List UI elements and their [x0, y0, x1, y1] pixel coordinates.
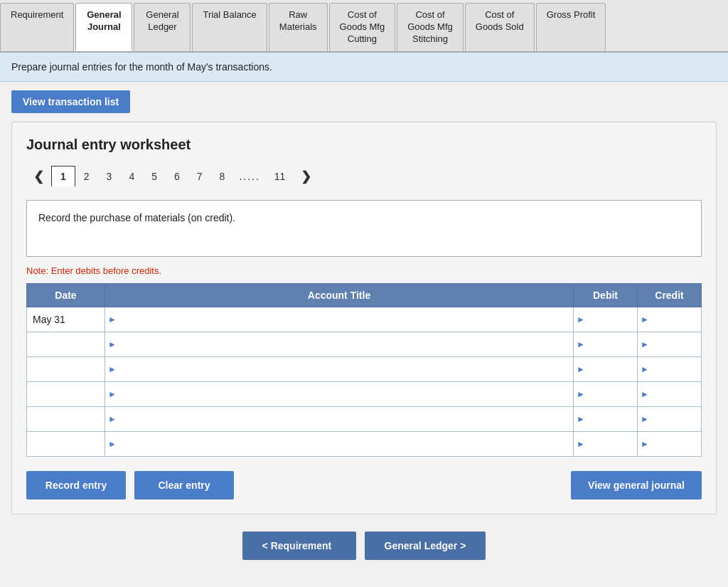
page-8-button[interactable]: 8: [211, 166, 234, 186]
tab-cost-mfg-cutting[interactable]: Cost ofGoods MfgCutting: [329, 3, 396, 51]
page-6-button[interactable]: 6: [166, 166, 188, 186]
worksheet-title: Journal entry worksheet: [26, 137, 702, 153]
debit-input-2[interactable]: [574, 332, 637, 356]
credit-cell-4[interactable]: ►: [638, 381, 702, 406]
tab-general-ledger[interactable]: GeneralLedger: [134, 3, 191, 51]
col-header-date: Date: [27, 283, 105, 307]
credit-input-3[interactable]: [638, 357, 701, 381]
credit-input-6[interactable]: [638, 432, 701, 456]
credit-cell-5[interactable]: ►: [638, 406, 702, 431]
col-header-account: Account Title: [105, 283, 574, 307]
table-row: ► ► ►: [27, 381, 702, 406]
tab-raw-materials[interactable]: RawMaterials: [269, 3, 328, 51]
page-7-button[interactable]: 7: [188, 166, 211, 186]
tab-trial-balance[interactable]: Trial Balance: [192, 3, 267, 51]
account-input-6[interactable]: [105, 432, 573, 456]
table-row: ► ► ►: [27, 356, 702, 381]
footer-prev-button[interactable]: < Requirement: [242, 532, 356, 560]
account-cell-5[interactable]: ►: [105, 406, 574, 431]
credit-input-5[interactable]: [638, 407, 701, 431]
debit-input-3[interactable]: [574, 357, 637, 381]
table-row: May 31 ► ► ►: [27, 307, 702, 332]
page-dots: .....: [233, 166, 265, 186]
instruction-box: Record the purchase of materials (on cre…: [26, 200, 702, 257]
date-cell-5: [27, 406, 105, 431]
account-cell-3[interactable]: ►: [105, 356, 574, 381]
page-navigator: ❮ 1 2 3 4 5 6 7 8 ..... 11 ❯: [26, 164, 702, 189]
account-cell-2[interactable]: ►: [105, 332, 574, 356]
tab-cost-mfg-stitching[interactable]: Cost ofGoods MfgStitching: [397, 3, 464, 51]
credit-cell-6[interactable]: ►: [638, 431, 702, 456]
date-cell-1: May 31: [27, 307, 105, 332]
clear-entry-button[interactable]: Clear entry: [134, 471, 234, 499]
action-buttons: Record entry Clear entry View general jo…: [26, 471, 702, 499]
next-page-button[interactable]: ❯: [294, 164, 318, 189]
debit-input-1[interactable]: [574, 307, 637, 332]
account-cell-1[interactable]: ►: [105, 307, 574, 332]
table-row: ► ► ►: [27, 406, 702, 431]
debit-cell-3[interactable]: ►: [574, 356, 638, 381]
credit-cell-2[interactable]: ►: [638, 332, 702, 356]
worksheet-container: Journal entry worksheet ❮ 1 2 3 4 5 6 7 …: [11, 122, 717, 514]
debit-cell-4[interactable]: ►: [574, 381, 638, 406]
debit-input-6[interactable]: [574, 432, 637, 456]
table-row: ► ► ►: [27, 431, 702, 456]
tab-requirement[interactable]: Requirement: [0, 3, 74, 51]
date-cell-6: [27, 431, 105, 456]
debit-input-5[interactable]: [574, 407, 637, 431]
account-cell-6[interactable]: ►: [105, 431, 574, 456]
debit-cell-6[interactable]: ►: [574, 431, 638, 456]
page-1-button[interactable]: 1: [51, 166, 75, 186]
tab-gross-profit[interactable]: Gross Profit: [536, 3, 606, 51]
credit-cell-3[interactable]: ►: [638, 356, 702, 381]
debit-input-4[interactable]: [574, 382, 637, 406]
col-header-debit: Debit: [574, 283, 638, 307]
credit-cell-1[interactable]: ►: [638, 307, 702, 332]
journal-table: Date Account Title Debit Credit May 31 ►…: [26, 283, 702, 457]
account-cell-4[interactable]: ►: [105, 381, 574, 406]
note-text: Note: Enter debits before credits.: [26, 265, 702, 276]
date-cell-4: [27, 381, 105, 406]
page-3-button[interactable]: 3: [98, 166, 121, 186]
view-general-journal-button[interactable]: View general journal: [571, 471, 702, 499]
footer-next-button[interactable]: General Ledger >: [365, 532, 486, 560]
page-4-button[interactable]: 4: [120, 166, 143, 186]
view-transaction-button[interactable]: View transaction list: [11, 90, 130, 113]
page-11-button[interactable]: 11: [266, 166, 294, 186]
account-input-2[interactable]: [105, 332, 573, 356]
credit-input-1[interactable]: [638, 307, 701, 332]
account-input-4[interactable]: [105, 382, 573, 406]
debit-cell-1[interactable]: ►: [574, 307, 638, 332]
tab-cost-goods-sold[interactable]: Cost ofGoods Sold: [465, 3, 535, 51]
page-2-button[interactable]: 2: [75, 166, 98, 186]
info-banner: Prepare journal entries for the month of…: [0, 53, 728, 82]
credit-input-4[interactable]: [638, 382, 701, 406]
col-header-credit: Credit: [638, 283, 702, 307]
date-cell-2: [27, 332, 105, 356]
tabs-bar: Requirement GeneralJournal GeneralLedger…: [0, 0, 728, 53]
record-entry-button[interactable]: Record entry: [26, 471, 126, 499]
table-row: ► ► ►: [27, 332, 702, 356]
account-input-1[interactable]: [105, 307, 573, 332]
footer-nav: < Requirement General Ledger >: [0, 532, 728, 560]
tab-general-journal[interactable]: GeneralJournal: [75, 3, 132, 51]
account-input-3[interactable]: [105, 357, 573, 381]
date-cell-3: [27, 356, 105, 381]
page-5-button[interactable]: 5: [143, 166, 166, 186]
debit-cell-2[interactable]: ►: [574, 332, 638, 356]
debit-cell-5[interactable]: ►: [574, 406, 638, 431]
account-input-5[interactable]: [105, 407, 573, 431]
credit-input-2[interactable]: [638, 332, 701, 356]
prev-page-button[interactable]: ❮: [26, 164, 51, 189]
